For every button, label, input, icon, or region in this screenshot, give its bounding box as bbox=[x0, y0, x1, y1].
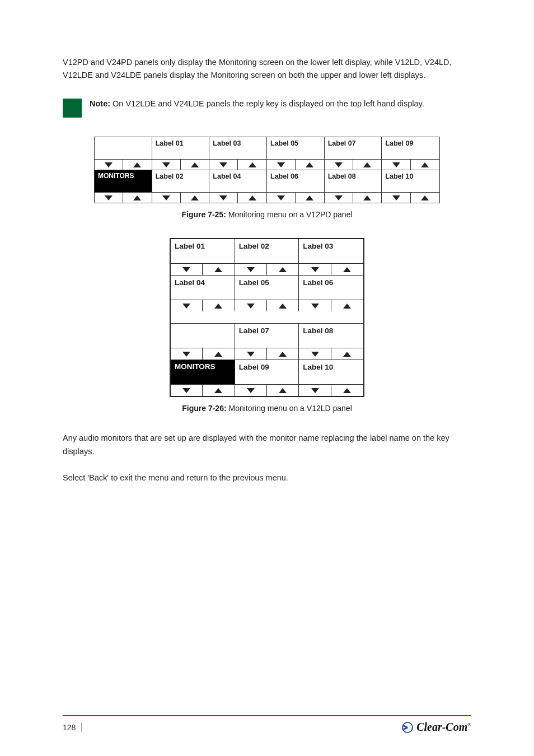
triangle-down-icon bbox=[235, 300, 267, 311]
triangle-down-icon bbox=[235, 264, 267, 275]
note-bold: Note: bbox=[90, 99, 110, 108]
triangle-down-icon bbox=[209, 193, 238, 203]
page-number: 128 bbox=[63, 723, 82, 732]
figure-25-caption: Figure 7-25: Monitoring menu on a V12PD … bbox=[63, 210, 471, 219]
brand-logo-text: Clear-Com bbox=[416, 721, 467, 733]
triangle-up-icon bbox=[123, 193, 152, 203]
triangle-down-icon bbox=[171, 385, 203, 396]
note-block: Note: On V12LDE and V24LDE panels the re… bbox=[63, 97, 471, 118]
p2-r0-2: Label 03 bbox=[299, 239, 363, 264]
triangle-up-icon bbox=[331, 385, 363, 396]
figure-26-panel: Label 01 Label 02 Label 03 Label 04 Labe… bbox=[63, 238, 471, 413]
triangle-down-icon bbox=[267, 193, 296, 203]
triangle-up-icon bbox=[181, 160, 209, 170]
figure-26-caption: Figure 7-26: Monitoring menu on a V12LD … bbox=[63, 404, 471, 413]
triangle-down-icon bbox=[171, 348, 203, 360]
p2-r3-0-monitors: MONITORS bbox=[171, 360, 235, 385]
triangle-up-icon bbox=[267, 348, 299, 360]
p1-top-1: Label 01 bbox=[152, 137, 209, 160]
p2-r3-2: Label 10 bbox=[299, 360, 363, 385]
p1-bot-1: Label 02 bbox=[152, 170, 209, 193]
brand-logo-icon bbox=[402, 722, 413, 733]
triangle-down-icon bbox=[382, 160, 410, 170]
p1-top-5: Label 09 bbox=[382, 137, 439, 160]
triangle-up-icon bbox=[203, 264, 235, 275]
triangle-up-icon bbox=[353, 160, 382, 170]
brand-logo: Clear-Com® bbox=[402, 721, 471, 734]
p2-r2-2: Label 08 bbox=[299, 324, 363, 348]
triangle-up-icon bbox=[331, 300, 363, 311]
triangle-up-icon bbox=[296, 160, 324, 170]
triangle-up-icon bbox=[411, 160, 439, 170]
triangle-down-icon bbox=[382, 193, 410, 203]
triangle-down-icon bbox=[152, 160, 181, 170]
triangle-down-icon bbox=[95, 193, 123, 203]
triangle-up-icon bbox=[296, 193, 324, 203]
triangle-down-icon bbox=[299, 264, 331, 275]
p2-r2-1: Label 07 bbox=[235, 324, 299, 348]
note-square-icon bbox=[63, 99, 82, 118]
p1-bot-5: Label 10 bbox=[382, 170, 439, 193]
triangle-up-icon bbox=[267, 300, 299, 311]
panel2-gap bbox=[171, 311, 363, 324]
triangle-down-icon bbox=[299, 300, 331, 311]
p1-top-0 bbox=[95, 137, 152, 160]
p2-r1-1: Label 05 bbox=[235, 276, 299, 300]
triangle-down-icon bbox=[235, 385, 267, 396]
triangle-up-icon bbox=[331, 264, 363, 275]
p1-bot-0-monitors: MONITORS bbox=[95, 170, 152, 193]
p2-r0-1: Label 02 bbox=[235, 239, 299, 264]
p1-bot-3: Label 06 bbox=[267, 170, 324, 193]
closing-paragraph-2: Select 'Back' to exit the menu and retur… bbox=[63, 472, 471, 484]
triangle-down-icon bbox=[299, 348, 331, 360]
triangle-down-icon bbox=[152, 193, 181, 203]
triangle-down-icon bbox=[235, 348, 267, 360]
p1-top-2: Label 03 bbox=[209, 137, 266, 160]
triangle-down-icon bbox=[299, 385, 331, 396]
page-footer: 128 Clear-Com® bbox=[63, 715, 471, 734]
triangle-down-icon bbox=[171, 300, 203, 311]
triangle-up-icon bbox=[267, 264, 299, 275]
intro-paragraph: V12PD and V24PD panels only display the … bbox=[63, 56, 471, 82]
note-text: On V12LDE and V24LDE panels the reply ke… bbox=[113, 99, 424, 108]
triangle-up-icon bbox=[267, 385, 299, 396]
triangle-up-icon bbox=[203, 348, 235, 360]
p1-top-3: Label 05 bbox=[267, 137, 324, 160]
closing-paragraph-1: Any audio monitors that are set up are d… bbox=[63, 432, 471, 458]
triangle-up-icon bbox=[181, 193, 209, 203]
triangle-up-icon bbox=[203, 385, 235, 396]
triangle-down-icon bbox=[267, 160, 296, 170]
p2-r2-0 bbox=[171, 324, 235, 348]
p2-r3-1: Label 09 bbox=[235, 360, 299, 385]
p2-r1-0: Label 04 bbox=[171, 276, 235, 300]
p1-bot-2: Label 04 bbox=[209, 170, 266, 193]
p1-top-4: Label 07 bbox=[325, 137, 382, 160]
p1-bot-4: Label 08 bbox=[325, 170, 382, 193]
triangle-down-icon bbox=[95, 160, 123, 170]
triangle-down-icon bbox=[325, 160, 353, 170]
triangle-up-icon bbox=[123, 160, 152, 170]
triangle-up-icon bbox=[353, 193, 382, 203]
figure-25-panel: Label 01 Label 03 Label 05 Label 07 Labe… bbox=[63, 137, 471, 219]
p2-r1-2: Label 06 bbox=[299, 276, 363, 300]
triangle-up-icon bbox=[238, 193, 266, 203]
triangle-up-icon bbox=[238, 160, 266, 170]
triangle-up-icon bbox=[411, 193, 439, 203]
p2-r0-0: Label 01 bbox=[171, 239, 235, 264]
triangle-down-icon bbox=[209, 160, 238, 170]
triangle-up-icon bbox=[203, 300, 235, 311]
triangle-down-icon bbox=[325, 193, 353, 203]
triangle-up-icon bbox=[331, 348, 363, 360]
triangle-down-icon bbox=[171, 264, 203, 275]
